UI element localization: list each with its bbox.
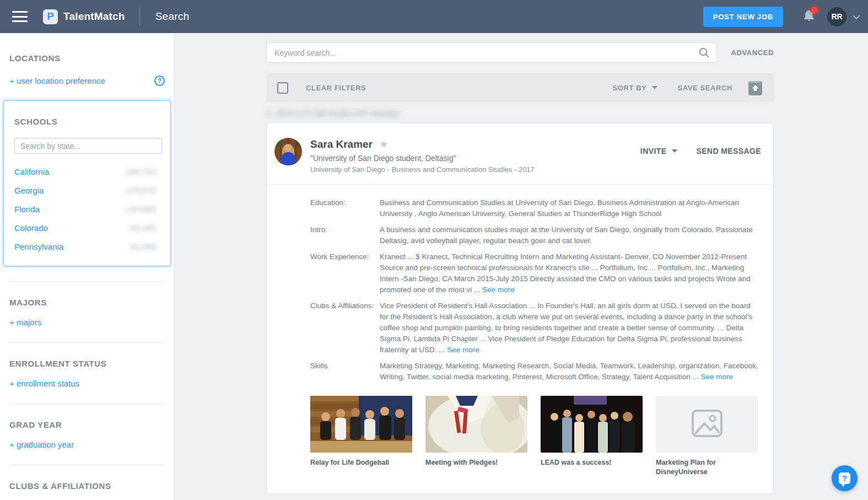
hamburger-menu-icon[interactable] bbox=[12, 11, 28, 22]
portfolio-item: Marketing Plan for DisneyUniverse bbox=[656, 396, 758, 477]
candidate-school-line: University of San Diego - Business and C… bbox=[310, 165, 535, 174]
field-label: Clubs & Affiliations: bbox=[310, 300, 380, 356]
see-more-link[interactable]: See more bbox=[701, 373, 734, 381]
post-new-job-button[interactable]: POST NEW JOB bbox=[703, 7, 783, 27]
state-count-redacted: (300,792) bbox=[126, 168, 157, 176]
photo-dodgeball[interactable] bbox=[310, 396, 412, 453]
sort-by-label: SORT BY bbox=[612, 84, 646, 92]
logo-p-icon: P bbox=[43, 9, 58, 24]
user-avatar[interactable]: RR bbox=[827, 7, 847, 26]
add-majors-link[interactable]: + majors bbox=[9, 318, 41, 327]
search-results-main: ADVANCED CLEAR FILTERS SORT BY SAVE SEAR… bbox=[175, 33, 868, 500]
photo-lead[interactable] bbox=[541, 396, 643, 453]
help-fab-button[interactable]: ? bbox=[832, 465, 858, 491]
candidate-name[interactable]: Sara Kramer bbox=[310, 138, 373, 150]
filters-sidebar: LOCATIONS + user location preference ? S… bbox=[0, 33, 175, 500]
help-question-icon[interactable]: ? bbox=[154, 76, 165, 86]
state-link[interactable]: California bbox=[14, 167, 49, 176]
see-more-link[interactable]: See more bbox=[447, 346, 479, 354]
portfolio-item: LEAD was a success! bbox=[541, 396, 643, 477]
grad-year-section-title: GRAD YEAR bbox=[9, 420, 165, 429]
photo-pledges[interactable] bbox=[425, 396, 527, 453]
see-more-link[interactable]: See more bbox=[482, 286, 515, 294]
page-title: Search bbox=[155, 10, 190, 23]
schools-state-search-input[interactable] bbox=[14, 138, 162, 154]
field-text: Business and Communication Studies at Un… bbox=[380, 198, 739, 218]
search-icon[interactable] bbox=[698, 47, 710, 61]
state-list: California (300,792) Georgia (179,974) F… bbox=[14, 167, 160, 251]
field-text: Vice President of Resident's Hall Associ… bbox=[380, 302, 752, 354]
invite-dropdown-button[interactable]: INVITE bbox=[640, 147, 678, 155]
candidate-avatar[interactable] bbox=[274, 138, 302, 165]
app-logo[interactable]: P TalentMatch bbox=[43, 9, 125, 24]
field-label: Intro: bbox=[310, 224, 380, 246]
navbar-divider bbox=[139, 7, 140, 26]
candidate-card: Sara Kramer ★ "University of San Diego s… bbox=[266, 123, 774, 494]
invite-label: INVITE bbox=[640, 147, 667, 155]
sort-by-dropdown[interactable]: SORT BY bbox=[612, 84, 657, 92]
app-name: TalentMatch bbox=[63, 10, 125, 23]
select-all-checkbox[interactable] bbox=[277, 82, 288, 94]
photo-caption: Marketing Plan for DisneyUniverse bbox=[656, 458, 758, 477]
state-row-colorado: Colorado (61,445) bbox=[14, 223, 160, 233]
state-count-redacted: (162,899) bbox=[126, 205, 157, 213]
sidebar-divider bbox=[9, 465, 165, 465]
state-row-california: California (300,792) bbox=[14, 167, 160, 176]
advanced-search-link[interactable]: ADVANCED bbox=[731, 49, 774, 57]
photo-caption: LEAD was a success! bbox=[541, 458, 643, 467]
top-navbar: P TalentMatch Search POST NEW JOB RR bbox=[0, 0, 868, 33]
clubs-section-title: CLUBS & AFFILIATIONS bbox=[9, 481, 165, 491]
sidebar-divider bbox=[9, 281, 165, 282]
field-row-work-experience: Work Experience: Kranect ... $ Kranect, … bbox=[310, 251, 759, 295]
state-link[interactable]: Colorado bbox=[14, 223, 48, 233]
field-row-skills: Skills Marketing Strategy, Marketing, Ma… bbox=[310, 361, 759, 383]
state-link[interactable]: Georgia bbox=[14, 186, 44, 195]
add-location-preference-link[interactable]: + user location preference bbox=[9, 76, 105, 85]
notifications-bell-icon[interactable] bbox=[803, 9, 815, 24]
notification-dot bbox=[811, 7, 818, 14]
chevron-down-icon bbox=[652, 86, 657, 89]
chevron-down-icon bbox=[672, 149, 677, 153]
photo-caption: Meeting with Pledges! bbox=[425, 458, 527, 467]
locations-section-title: LOCATIONS bbox=[9, 53, 165, 63]
field-label: Education: bbox=[310, 197, 380, 219]
sidebar-divider bbox=[9, 342, 165, 343]
state-row-georgia: Georgia (179,974) bbox=[14, 186, 160, 195]
state-link[interactable]: Florida bbox=[14, 205, 40, 214]
state-row-pennsylvania: Pennsylvania (41,999) bbox=[14, 242, 160, 251]
portfolio-photos-row: Relay for Life Dodgeball bbox=[310, 396, 759, 477]
enrollment-section-title: ENROLLMENT STATUS bbox=[9, 359, 165, 368]
state-link[interactable]: Pennsylvania bbox=[14, 242, 63, 251]
save-search-button[interactable]: SAVE SEARCH bbox=[677, 84, 732, 92]
photo-caption: Relay for Life Dodgeball bbox=[310, 458, 412, 467]
photo-placeholder[interactable] bbox=[656, 396, 758, 453]
state-count-redacted: (41,999) bbox=[130, 243, 157, 251]
field-row-clubs-affiliations: Clubs & Affiliations: Vice President of … bbox=[310, 300, 759, 356]
portfolio-item: Meeting with Pledges! bbox=[425, 396, 527, 477]
results-summary-redacted: 1 - 25 of 2,171,560 results (3.87 second… bbox=[266, 109, 399, 117]
schools-section-title: SCHOOLS bbox=[14, 117, 160, 126]
sidebar-divider bbox=[9, 404, 165, 404]
export-icon[interactable] bbox=[748, 79, 763, 96]
field-label: Work Experience: bbox=[310, 251, 380, 295]
filter-toolbar: CLEAR FILTERS SORT BY SAVE SEARCH bbox=[266, 73, 774, 102]
portfolio-item: Relay for Life Dodgeball bbox=[310, 396, 412, 477]
field-text: Kranect ... $ Kranect, Technical Recruit… bbox=[380, 252, 751, 294]
field-text: A business and communication studies maj… bbox=[380, 225, 753, 245]
favorite-star-icon[interactable]: ★ bbox=[379, 138, 389, 150]
account-chevron-down-icon[interactable] bbox=[853, 12, 860, 19]
state-row-florida: Florida (162,899) bbox=[14, 205, 160, 214]
state-count-redacted: (61,445) bbox=[130, 224, 157, 232]
clear-filters-button[interactable]: CLEAR FILTERS bbox=[306, 84, 366, 92]
schools-filter-panel: SCHOOLS California (300,792) Georgia (17… bbox=[3, 100, 171, 266]
add-graduation-year-link[interactable]: + graduation year bbox=[9, 440, 74, 449]
state-count-redacted: (179,974) bbox=[126, 186, 157, 195]
keyword-search-input[interactable] bbox=[266, 42, 717, 63]
majors-section-title: MAJORS bbox=[9, 298, 165, 307]
field-row-education: Education: Business and Communication St… bbox=[310, 197, 759, 219]
field-label: Skills bbox=[310, 361, 380, 383]
field-row-intro: Intro: A business and communication stud… bbox=[310, 224, 759, 246]
add-enrollment-status-link[interactable]: + enrollment status bbox=[9, 379, 79, 388]
send-message-button[interactable]: SEND MESSAGE bbox=[696, 147, 761, 155]
candidate-tagline: "University of San Diego student, Deltas… bbox=[310, 154, 535, 163]
